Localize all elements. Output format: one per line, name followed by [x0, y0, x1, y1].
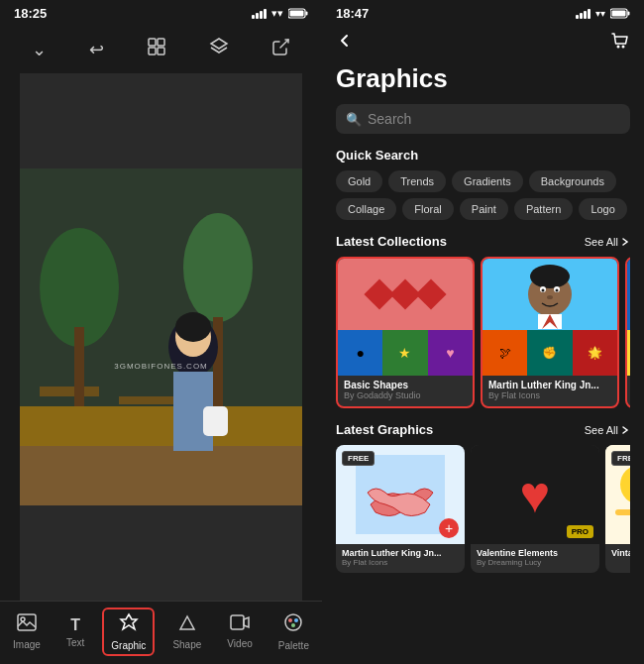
shape-circle-cell: ●: [338, 330, 382, 376]
wifi-icon: ▾▾: [271, 7, 283, 20]
left-time: 18:25: [14, 6, 47, 21]
back-button[interactable]: [336, 32, 354, 55]
right-content: Graphics 🔍 Search Quick Search Gold Tren…: [322, 63, 644, 664]
canvas-area[interactable]: 3GMOBIFONES.COM: [20, 73, 302, 601]
graphic-handshake-img: FREE +: [336, 445, 465, 544]
cart-button[interactable]: [610, 31, 630, 55]
svg-rect-6: [158, 48, 164, 55]
layout-icon[interactable]: [143, 33, 170, 65]
left-status-bar: 18:25 ▾▾: [0, 0, 322, 25]
watermark-text: 3GMOBIFONES.COM: [114, 362, 208, 371]
graphic-third-info: Vinta...: [605, 544, 630, 564]
tool-palette-label: Palette: [278, 640, 309, 651]
svg-point-26: [294, 618, 298, 622]
svg-rect-9: [40, 387, 99, 396]
tag-logo[interactable]: Logo: [579, 198, 626, 220]
shape-star-cell: ★: [382, 330, 427, 376]
graphic-heart[interactable]: ♥ PRO Valentine Elements By Dreaming Luc…: [471, 445, 599, 573]
collections-see-all[interactable]: See All: [585, 236, 630, 248]
tag-gradients[interactable]: Gradients: [452, 170, 523, 192]
graphic-handshake[interactable]: FREE + Martin Luther King Jn... By Flat …: [336, 445, 465, 573]
graphic-handshake-title: Martin Luther King Jn...: [342, 548, 459, 558]
mlk-preview-top: [483, 259, 617, 330]
graphic-heart-title: Valentine Elements: [477, 548, 593, 558]
tool-graphic-label: Graphic: [111, 640, 146, 651]
svg-point-40: [547, 295, 553, 299]
tag-pattern[interactable]: Pattern: [514, 198, 573, 220]
tag-backgrounds[interactable]: Backgrounds: [529, 170, 616, 192]
graphics-chevron-right-icon: [620, 425, 630, 435]
page-title: Graphics: [336, 63, 630, 94]
quick-tags-container: Gold Trends Gradients Backgrounds Collag…: [336, 170, 630, 220]
mlk-subtitle: By Flat Icons: [488, 390, 611, 400]
tool-video[interactable]: Video: [219, 610, 260, 653]
right-time: 18:47: [336, 6, 369, 21]
collection-card-basic-shapes[interactable]: ● ★ ♥ Basic Shapes By Godaddy Studio: [336, 257, 475, 408]
diamond-3: [415, 278, 446, 309]
svg-point-35: [530, 265, 570, 288]
collections-header: Latest Collections See All: [336, 234, 630, 249]
svg-rect-3: [149, 39, 156, 46]
tag-gold[interactable]: Gold: [336, 170, 382, 192]
mlk-title: Martin Luther King Jn...: [488, 380, 611, 390]
shape-icon: [178, 613, 196, 636]
collection-card-mlk[interactable]: 🕊 ✊ 🌟 Martin Luther King Jn... By Flat I…: [481, 257, 619, 408]
svg-rect-20: [203, 406, 228, 436]
tool-graphic[interactable]: Graphic: [102, 608, 155, 656]
left-toolbar: ⌄ ↩: [0, 25, 322, 73]
tag-paint[interactable]: Paint: [460, 198, 508, 220]
svg-point-19: [175, 312, 211, 342]
handshake-svg: [356, 455, 445, 534]
third-card-top: ★: [627, 259, 630, 330]
free-badge-handshake: FREE: [342, 451, 375, 466]
mlk-cell-2: ✊: [527, 330, 572, 376]
layers-icon[interactable]: [205, 33, 233, 65]
search-bar[interactable]: 🔍 Search: [336, 104, 630, 134]
svg-rect-21: [18, 614, 36, 630]
tag-floral[interactable]: Floral: [402, 198, 454, 220]
graphic-handshake-info: Martin Luther King Jn... By Flat Icons: [336, 544, 465, 573]
graphic-heart-sub: By Dreaming Lucy: [477, 558, 593, 567]
svg-point-12: [183, 213, 253, 322]
palette-icon: [283, 612, 303, 637]
graphic-third[interactable]: FREE Vinta...: [605, 445, 630, 573]
svg-point-38: [542, 289, 545, 292]
graphics-see-all[interactable]: See All: [585, 424, 630, 436]
svg-rect-5: [149, 48, 156, 55]
free-badge-third: FREE: [611, 451, 630, 466]
search-input[interactable]: Search: [368, 111, 620, 127]
tool-image-label: Image: [13, 639, 41, 650]
graphic-third-title: Vinta...: [611, 548, 630, 558]
svg-rect-4: [158, 39, 164, 46]
collections-row: ● ★ ♥ Basic Shapes By Godaddy Studio: [336, 257, 630, 408]
svg-rect-1: [306, 12, 308, 16]
right-signal-icon: [576, 9, 590, 19]
tool-text[interactable]: T Text: [58, 612, 92, 652]
chevron-down-icon[interactable]: ⌄: [28, 35, 51, 64]
graphic-third-img: FREE: [605, 445, 630, 544]
add-button-handshake[interactable]: +: [439, 518, 459, 538]
share-icon[interactable]: [268, 33, 295, 65]
mlk-illustration: [510, 260, 590, 329]
mlk-preview-bottom: 🕊 ✊ 🌟: [483, 330, 617, 376]
basic-shapes-subtitle: By Godaddy Studio: [344, 390, 467, 400]
signal-bars-icon: [252, 9, 267, 19]
basic-shapes-bg: [338, 259, 473, 330]
mlk-cell-3: 🌟: [573, 330, 617, 376]
graphic-handshake-sub: By Flat Icons: [342, 558, 459, 567]
tag-trends[interactable]: Trends: [388, 170, 446, 192]
svg-point-25: [288, 618, 292, 622]
latest-graphics-header: Latest Graphics See All: [336, 422, 630, 437]
svg-point-32: [622, 46, 625, 49]
collection-card-third[interactable]: ★ ♥ Gilbe...: [625, 257, 630, 408]
tag-collage[interactable]: Collage: [336, 198, 396, 220]
right-header: [322, 25, 644, 63]
right-battery-icon: [610, 8, 630, 19]
undo-icon[interactable]: ↩: [85, 35, 108, 64]
video-icon: [230, 614, 250, 635]
svg-point-39: [556, 289, 559, 292]
tool-palette[interactable]: Palette: [270, 609, 317, 655]
tool-image[interactable]: Image: [5, 609, 49, 654]
tool-shape[interactable]: Shape: [164, 609, 209, 654]
right-panel: 18:47 ▾▾: [322, 0, 644, 664]
